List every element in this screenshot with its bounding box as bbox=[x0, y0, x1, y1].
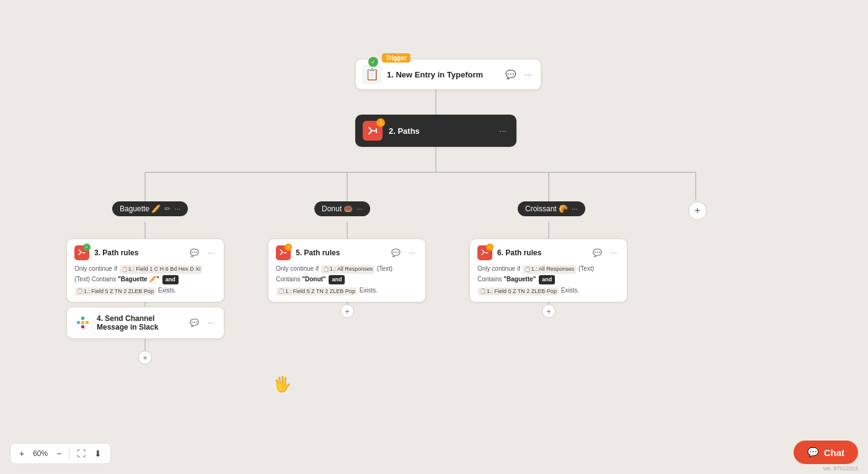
rule3-check: ✓ bbox=[83, 244, 91, 251]
rule3-title: 3. Path rules bbox=[94, 248, 187, 257]
croissant-more-btn[interactable]: ··· bbox=[572, 204, 578, 213]
svg-rect-18 bbox=[86, 321, 89, 324]
rule5-comment-btn[interactable]: 💬 bbox=[389, 247, 403, 258]
zoom-in-btn[interactable]: + bbox=[17, 447, 27, 460]
zoom-toolbar: + 60% − ⛶ ⬇ bbox=[10, 443, 111, 464]
rule5-header: ⚠ 5. Path rules 💬 ··· bbox=[276, 245, 418, 260]
plus-below-rule6[interactable]: + bbox=[542, 304, 556, 318]
paths-more-btn[interactable]: ··· bbox=[497, 125, 509, 137]
rule3-actions: 💬 ··· bbox=[187, 247, 216, 258]
slack-comment-btn[interactable]: 💬 bbox=[187, 317, 202, 328]
rule5-icon: ⚠ bbox=[276, 245, 291, 260]
svg-rect-15 bbox=[81, 317, 84, 320]
rule3-comment-btn[interactable]: 💬 bbox=[187, 247, 202, 258]
zoom-out-btn[interactable]: − bbox=[54, 447, 64, 460]
trigger-comment-btn[interactable]: 💬 bbox=[503, 68, 518, 81]
cursor-hand: 🖐 bbox=[273, 375, 291, 393]
svg-rect-16 bbox=[81, 321, 84, 324]
rule5-more-btn[interactable]: ··· bbox=[407, 247, 418, 258]
rule3-icon: ✓ bbox=[74, 245, 89, 260]
rule3-more-btn[interactable]: ··· bbox=[205, 247, 216, 258]
chat-label: Chat bbox=[824, 447, 844, 458]
paths-icon: ⚠ bbox=[363, 121, 383, 141]
path-rule-5: ⚠ 5. Path rules 💬 ··· Only continue if 📋… bbox=[268, 239, 426, 302]
path-rule-3: ✓ 3. Path rules 💬 ··· Only continue if 📋… bbox=[66, 239, 224, 302]
slack-more-btn[interactable]: ··· bbox=[205, 317, 216, 328]
chat-icon: 💬 bbox=[807, 447, 819, 458]
rule5-warn: ⚠ bbox=[285, 244, 292, 251]
rule6-warn: ⚠ bbox=[486, 244, 494, 251]
download-btn[interactable]: ⬇ bbox=[92, 447, 104, 460]
rule6-more-btn[interactable]: ··· bbox=[608, 247, 619, 258]
rule5-actions: 💬 ··· bbox=[389, 247, 418, 258]
rule6-comment-btn[interactable]: 💬 bbox=[590, 247, 604, 258]
chat-button[interactable]: 💬 Chat bbox=[794, 441, 858, 464]
path-rule-6: ⚠ 6. Path rules 💬 ··· Only continue if 📋… bbox=[469, 239, 627, 302]
slack-title: 4. Send Channel Message in Slack bbox=[97, 314, 182, 331]
paths-actions: ··· bbox=[497, 125, 509, 137]
donut-more-btn[interactable]: ··· bbox=[356, 204, 363, 213]
slack-node: 4. Send Channel Message in Slack 💬 ··· bbox=[66, 307, 224, 339]
paths-title: 2. Paths bbox=[389, 126, 490, 136]
trigger-more-btn[interactable]: ··· bbox=[522, 68, 534, 81]
croissant-pill: Croissant 🥐 ··· bbox=[518, 201, 585, 216]
trigger-icon: 📋 bbox=[362, 64, 382, 84]
zoom-level: 60% bbox=[30, 449, 50, 458]
plus-below-rule5[interactable]: + bbox=[340, 304, 354, 318]
fit-btn[interactable]: ⛶ bbox=[74, 447, 88, 460]
rule6-actions: 💬 ··· bbox=[590, 247, 619, 258]
slack-actions: 💬 ··· bbox=[187, 317, 216, 328]
rule6-title: 6. Path rules bbox=[497, 248, 590, 257]
donut-pill: Donut 🍩 ··· bbox=[314, 201, 370, 216]
trigger-title: 1. New Entry in Typeform bbox=[387, 70, 498, 79]
rule6-icon: ⚠ bbox=[477, 245, 492, 260]
rule6-body: Only continue if 📋1.: All Responses (Tex… bbox=[477, 264, 619, 296]
plus-below-slack[interactable]: + bbox=[138, 351, 152, 364]
paths-warn-badge: ⚠ bbox=[376, 118, 385, 127]
version-text: ver. 876222c3 bbox=[823, 465, 858, 472]
rule3-body: Only continue if 📋1.: Field 1 C H 6 Bd H… bbox=[74, 264, 216, 296]
donut-label: Donut 🍩 bbox=[322, 204, 353, 213]
svg-rect-14 bbox=[77, 321, 80, 324]
rule3-header: ✓ 3. Path rules 💬 ··· bbox=[74, 245, 216, 260]
add-path-btn[interactable]: + bbox=[688, 201, 707, 220]
paths-node: ⚠ 2. Paths ··· bbox=[355, 115, 516, 147]
canvas: Trigger ✓ 📋 1. New Entry in Typeform 💬 ·… bbox=[0, 0, 868, 474]
rule6-header: ⚠ 6. Path rules 💬 ··· bbox=[477, 245, 619, 260]
svg-rect-17 bbox=[81, 325, 84, 328]
trigger-badge: Trigger bbox=[382, 53, 410, 63]
rule5-title: 5. Path rules bbox=[296, 248, 389, 257]
baguette-label: Baguette 🥖 bbox=[120, 204, 161, 213]
baguette-pill: Baguette 🥖 ✏ ··· bbox=[112, 201, 188, 216]
rule5-body: Only continue if 📋1.: All Responses (Tex… bbox=[276, 264, 418, 296]
baguette-edit-btn[interactable]: ✏ bbox=[164, 204, 170, 213]
toolbar-divider bbox=[69, 448, 69, 459]
slack-icon bbox=[74, 314, 92, 331]
trigger-check-badge: ✓ bbox=[368, 57, 378, 67]
croissant-label: Croissant 🥐 bbox=[525, 204, 568, 213]
baguette-more-btn[interactable]: ··· bbox=[174, 204, 180, 213]
trigger-node: Trigger ✓ 📋 1. New Entry in Typeform 💬 ·… bbox=[355, 59, 541, 90]
trigger-actions: 💬 ··· bbox=[503, 68, 534, 81]
